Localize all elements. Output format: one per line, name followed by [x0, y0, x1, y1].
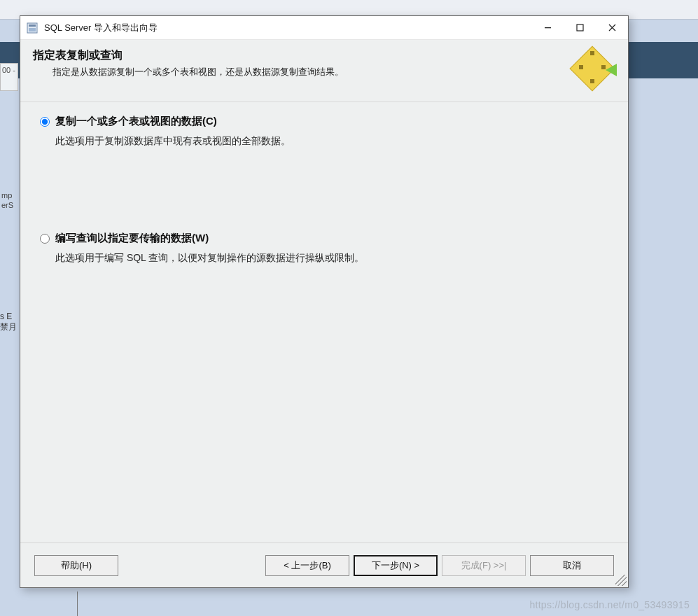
background-tree-line — [77, 592, 217, 616]
radio-copy-tables[interactable] — [40, 117, 50, 127]
watermark: https://blog.csdn.net/m0_53493915 — [529, 599, 690, 610]
next-button[interactable]: 下一步(N) > — [354, 555, 438, 576]
close-button[interactable] — [596, 17, 628, 39]
wizard-dialog: SQL Server 导入和导出向导 指定表复制或查询 指定是从数据源复制一个或… — [20, 15, 629, 588]
option-copy-tables-label: 复制一个或多个表或视图的数据(C) — [55, 115, 217, 128]
back-button[interactable]: < 上一步(B) — [265, 555, 349, 576]
background-snippet-3: s E 禁月 — [0, 312, 20, 335]
option-write-query-desc: 此选项用于编写 SQL 查询，以便对复制操作的源数据进行操纵或限制。 — [55, 252, 608, 265]
option-write-query-label: 编写查询以指定要传输的数据(W) — [55, 232, 209, 245]
page-subtitle: 指定是从数据源复制一个或多个表和视图，还是从数据源复制查询结果。 — [53, 66, 568, 78]
help-button[interactable]: 帮助(H) — [34, 555, 118, 576]
option-copy-tables-desc: 此选项用于复制源数据库中现有表或视图的全部数据。 — [55, 135, 608, 148]
bg-text: 禁月 — [0, 322, 20, 332]
maximize-button[interactable] — [564, 17, 596, 39]
wizard-header: 指定表复制或查询 指定是从数据源复制一个或多个表和视图，还是从数据源复制查询结果… — [20, 40, 628, 102]
bg-text: s E — [0, 312, 20, 322]
background-snippet-2: mp erS — [0, 189, 18, 214]
background-snippet-1: 00 - — [0, 63, 18, 91]
svg-rect-4 — [577, 24, 583, 31]
option-write-query-row[interactable]: 编写查询以指定要传输的数据(W) — [40, 232, 608, 245]
app-icon — [26, 22, 39, 34]
option-copy-tables-row[interactable]: 复制一个或多个表或视图的数据(C) — [40, 115, 608, 128]
minimize-button[interactable] — [531, 17, 564, 39]
svg-rect-2 — [29, 28, 36, 31]
option-write-query: 编写查询以指定要传输的数据(W) 此选项用于编写 SQL 查询，以便对复制操作的… — [40, 232, 608, 265]
wizard-footer: 帮助(H) < 上一步(B) 下一步(N) > 完成(F) >>| 取消 — [20, 542, 628, 587]
page-title: 指定表复制或查询 — [33, 48, 568, 63]
cancel-button[interactable]: 取消 — [530, 555, 614, 576]
option-copy-tables: 复制一个或多个表或视图的数据(C) 此选项用于复制源数据库中现有表或视图的全部数… — [40, 115, 608, 148]
wizard-header-icon — [576, 48, 617, 89]
window-title: SQL Server 导入和导出向导 — [44, 22, 531, 34]
svg-rect-3 — [545, 27, 551, 28]
finish-button: 完成(F) >>| — [442, 555, 526, 576]
svg-rect-1 — [29, 24, 36, 27]
wizard-body: 复制一个或多个表或视图的数据(C) 此选项用于复制源数据库中现有表或视图的全部数… — [20, 102, 628, 542]
titlebar: SQL Server 导入和导出向导 — [20, 16, 628, 40]
resize-grip-icon[interactable] — [615, 575, 627, 586]
bg-text: 00 - — [2, 66, 15, 74]
radio-write-query[interactable] — [40, 234, 50, 244]
